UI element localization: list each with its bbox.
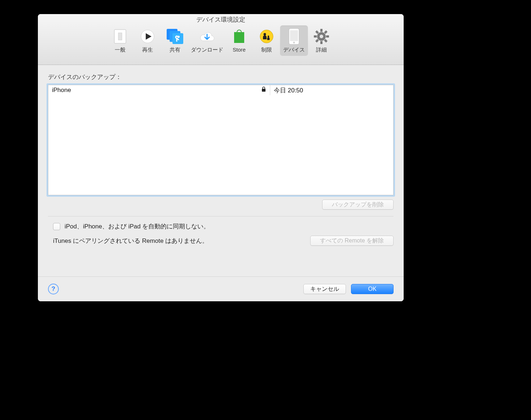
toolbar: 一般 再生 共有 (38, 25, 404, 56)
no-auto-sync-label: iPod、iPhone、および iPad を自動的に同期しない。 (65, 222, 210, 231)
svg-point-11 (268, 36, 269, 38)
svg-rect-17 (320, 41, 322, 44)
svg-rect-8 (234, 32, 244, 43)
delete-backup-button[interactable]: バックアップを削除 (322, 200, 394, 210)
play-icon (134, 26, 161, 47)
svg-rect-25 (262, 89, 266, 92)
backup-device-name: iPhone (52, 87, 71, 94)
lock-icon (261, 87, 266, 94)
tab-label: ダウンロード (189, 47, 225, 53)
svg-point-14 (293, 42, 295, 44)
tab-label: 共有 (161, 47, 189, 53)
window-title: デバイス環境設定 (38, 14, 404, 25)
svg-point-24 (320, 35, 323, 38)
tab-store[interactable]: Store (225, 26, 253, 56)
backup-time: 今日 20:50 (274, 86, 303, 95)
cancel-button[interactable]: キャンセル (303, 284, 346, 294)
ok-button[interactable]: OK (351, 284, 394, 294)
backup-row[interactable]: iPhone 今日 20:50 (48, 85, 393, 95)
cloud-download-icon (189, 26, 225, 47)
svg-rect-19 (326, 35, 329, 38)
tab-general[interactable]: 一般 (106, 26, 134, 56)
tab-label: 詳細 (308, 47, 335, 53)
backup-time-cell: 今日 20:50 (270, 85, 393, 95)
tab-advanced[interactable]: 詳細 (308, 26, 335, 56)
backups-section-label: デバイスのバックアップ： (48, 73, 394, 81)
svg-rect-22 (315, 30, 319, 34)
footer: ? キャンセル OK (38, 276, 404, 301)
checkbox-no-auto-sync[interactable] (53, 223, 60, 230)
backup-list[interactable]: iPhone 今日 20:50 (48, 85, 394, 195)
svg-rect-21 (315, 39, 319, 43)
svg-rect-18 (314, 35, 317, 38)
tab-label: Store (225, 47, 253, 53)
svg-rect-23 (324, 39, 328, 43)
tab-label: 一般 (106, 47, 134, 53)
tab-playback[interactable]: 再生 (134, 26, 161, 56)
svg-point-9 (260, 30, 273, 43)
remote-pairing-status: iTunes にペアリングされている Remote はありません。 (53, 237, 208, 245)
store-bag-icon (225, 26, 253, 47)
tab-devices[interactable]: デバイス (280, 26, 308, 56)
titlebar: デバイス環境設定 一般 再生 (38, 14, 404, 65)
preferences-window: デバイス環境設定 一般 再生 (38, 14, 404, 301)
device-phone-icon (280, 26, 308, 47)
tab-label: 制限 (253, 47, 280, 53)
gear-icon (308, 26, 335, 47)
svg-rect-13 (290, 30, 298, 41)
separator (48, 216, 394, 216)
tab-downloads[interactable]: ダウンロード (189, 26, 225, 56)
forget-all-remotes-button[interactable]: すべての Remote を解除 (310, 236, 394, 246)
sharing-icon (161, 26, 189, 47)
svg-rect-20 (324, 30, 328, 34)
parental-icon (253, 26, 280, 47)
general-icon (106, 26, 134, 47)
svg-rect-16 (320, 29, 322, 32)
help-button[interactable]: ? (48, 284, 59, 294)
tab-sharing[interactable]: 共有 (161, 26, 189, 56)
svg-point-7 (177, 36, 180, 38)
tab-label: 再生 (134, 47, 161, 53)
content-area: デバイスのバックアップ： iPhone 今日 20:50 バックアップを削除 (38, 65, 404, 246)
svg-point-10 (264, 33, 266, 36)
no-auto-sync-option[interactable]: iPod、iPhone、および iPad を自動的に同期しない。 (53, 222, 394, 231)
tab-label: デバイス (280, 47, 308, 53)
svg-rect-1 (118, 33, 122, 40)
tab-restrictions[interactable]: 制限 (253, 26, 280, 56)
backup-name-cell: iPhone (48, 85, 270, 95)
